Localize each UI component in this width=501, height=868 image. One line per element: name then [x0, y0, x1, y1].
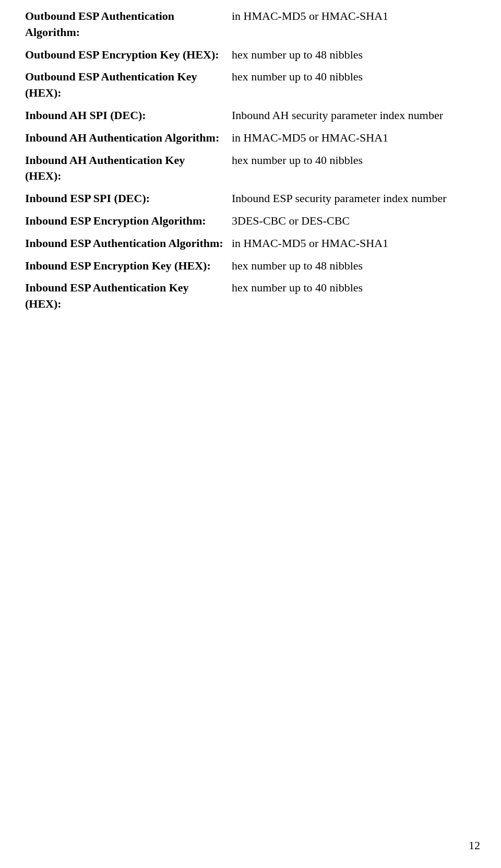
- table-row: Inbound AH SPI (DEC):Inbound AH security…: [21, 104, 480, 127]
- field-label: Inbound ESP Authentication Key (HEX):: [21, 277, 228, 315]
- table-row: Inbound ESP Authentication Algorithm:in …: [21, 232, 480, 255]
- field-value: in HMAC-MD5 or HMAC-SHA1: [228, 127, 480, 149]
- field-value: hex number up to 48 nibbles: [228, 44, 480, 66]
- field-label: Outbound ESP Encryption Key (HEX):: [21, 44, 228, 66]
- table-row: Inbound ESP Encryption Algorithm:3DES-CB…: [21, 210, 480, 232]
- field-label: Inbound AH Authentication Algorithm:: [21, 127, 228, 149]
- field-label: Outbound ESP Authentication Algorithm:: [21, 5, 228, 44]
- field-value: Inbound AH security parameter index numb…: [228, 104, 480, 127]
- table-row: Outbound ESP Authentication Algorithm:in…: [21, 5, 480, 44]
- fields-table: Outbound ESP Authentication Algorithm:in…: [21, 5, 480, 315]
- table-row: Outbound ESP Encryption Key (HEX):hex nu…: [21, 44, 480, 66]
- table-row: Inbound ESP Authentication Key (HEX):hex…: [21, 277, 480, 315]
- field-value: hex number up to 40 nibbles: [228, 66, 480, 104]
- table-row: Inbound AH Authentication Algorithm:in H…: [21, 127, 480, 149]
- table-row: Inbound AH Authentication Key (HEX):hex …: [21, 149, 480, 188]
- field-value: Inbound ESP security parameter index num…: [228, 187, 480, 210]
- field-label: Inbound ESP Encryption Algorithm:: [21, 210, 228, 232]
- field-value: 3DES-CBC or DES-CBC: [228, 210, 480, 232]
- field-label: Inbound ESP SPI (DEC):: [21, 187, 228, 210]
- field-value: hex number up to 40 nibbles: [228, 149, 480, 188]
- table-row: Inbound ESP SPI (DEC):Inbound ESP securi…: [21, 187, 480, 210]
- field-label: Inbound AH Authentication Key (HEX):: [21, 149, 228, 188]
- main-content: Outbound ESP Authentication Algorithm:in…: [0, 0, 501, 336]
- field-label: Inbound ESP Encryption Key (HEX):: [21, 255, 228, 277]
- table-row: Inbound ESP Encryption Key (HEX):hex num…: [21, 255, 480, 277]
- field-value: in HMAC-MD5 or HMAC-SHA1: [228, 232, 480, 255]
- field-label: Outbound ESP Authentication Key (HEX):: [21, 66, 228, 104]
- field-value: hex number up to 48 nibbles: [228, 255, 480, 277]
- field-label: Inbound ESP Authentication Algorithm:: [21, 232, 228, 255]
- table-row: Outbound ESP Authentication Key (HEX):he…: [21, 66, 480, 104]
- page-number: 12: [469, 839, 480, 852]
- field-value: in HMAC-MD5 or HMAC-SHA1: [228, 5, 480, 44]
- field-value: hex number up to 40 nibbles: [228, 277, 480, 315]
- field-label: Inbound AH SPI (DEC):: [21, 104, 228, 127]
